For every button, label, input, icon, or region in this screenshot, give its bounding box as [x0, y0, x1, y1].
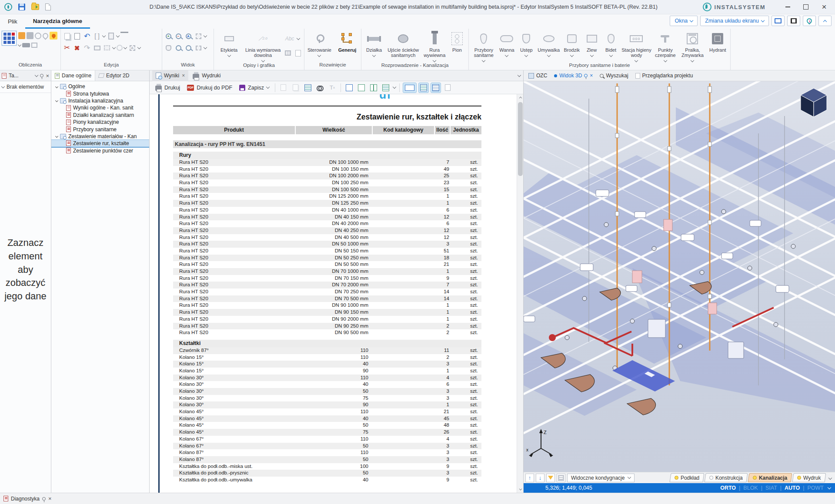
edycja-chevron-5[interactable]: [137, 45, 141, 49]
tab-przegladarka[interactable]: Przeglądarka projektu: [632, 70, 696, 81]
ruler-icon[interactable]: [120, 32, 128, 40]
text-frame-icon[interactable]: A: [128, 43, 137, 52]
drukuj-button[interactable]: Drukuj: [153, 83, 182, 92]
view-lines-icon[interactable]: [357, 83, 366, 93]
przybory-sanitarne-button[interactable]: Przybory sanitarne: [471, 31, 497, 63]
tree-item[interactable]: Zestawienie materiałów - Kan: [51, 133, 149, 140]
mode-powt[interactable]: POWT: [808, 485, 824, 491]
view-single-icon[interactable]: [344, 83, 354, 93]
edycja-chevron-3[interactable]: [112, 45, 116, 49]
diagnostyka-pin-icon[interactable]: [42, 497, 46, 501]
building-levels-button[interactable]: [557, 474, 565, 482]
floor-up-button[interactable]: ↑: [525, 474, 534, 482]
hydrant-button[interactable]: Hydrant: [707, 31, 728, 53]
edycja-chevron-4[interactable]: [124, 45, 127, 49]
rotate-icon[interactable]: [117, 45, 123, 51]
mode-blok[interactable]: BLOK: [743, 485, 758, 491]
diagnostyka-label[interactable]: Diagnostyka: [11, 496, 40, 502]
save-icon[interactable]: [18, 3, 25, 10]
tree-item[interactable]: Strona tytułowa: [51, 90, 149, 97]
sterowanie-button[interactable]: Sterowanie: [306, 31, 333, 57]
layout-plain-button[interactable]: [443, 83, 453, 93]
tree-item[interactable]: Instalacja kanalizacyjna: [51, 97, 149, 104]
widok-chevron-1[interactable]: [204, 33, 207, 37]
minimize-button[interactable]: [779, 1, 796, 13]
scrollbar-thumb[interactable]: [518, 102, 523, 176]
tree-item[interactable]: Zestawienie punktów czer: [51, 147, 149, 154]
dzialka-button[interactable]: Działka: [363, 31, 385, 57]
zmiana-ukladu-button[interactable]: Zmiana układu ekranu: [700, 16, 769, 26]
insert-table-icon[interactable]: [284, 49, 292, 57]
edycja-chevron-1[interactable]: [102, 33, 106, 37]
abc-chevron[interactable]: [297, 36, 300, 40]
paste-icon[interactable]: [73, 32, 81, 40]
brodzik-button[interactable]: Brodzik: [561, 31, 582, 57]
insert-page-icon[interactable]: [294, 49, 302, 57]
zoom-window-icon[interactable]: [174, 43, 183, 52]
mode-auto[interactable]: AUTO: [785, 485, 800, 491]
tab-wydruki[interactable]: Wydruki: [189, 70, 224, 81]
close-button[interactable]: ×: [816, 1, 832, 13]
tree-item[interactable]: Zestawienie rur, kształte: [51, 140, 149, 147]
zoom-object-icon[interactable]: [184, 43, 193, 52]
layer-chip-podkład[interactable]: Podkład: [669, 473, 704, 482]
report-scrollbar[interactable]: [517, 94, 523, 493]
widoczne-kondygnacje-dropdown[interactable]: Widoczne kondygnacje: [567, 474, 635, 482]
obliczenia-more-chevron[interactable]: [18, 43, 21, 46]
tab-wyniki[interactable]: Wyniki ×: [152, 70, 188, 81]
tab-widok-3d[interactable]: Widok 3D ×: [551, 70, 596, 81]
font-icon[interactable]: Tx: [327, 83, 337, 93]
tab-edytor-2d[interactable]: Edytor 2D: [95, 70, 133, 81]
linia-wymiarowa-button[interactable]: ⟋2.0 Linia wymiarowa dowolna: [242, 31, 284, 63]
zoom-in-icon[interactable]: +: [164, 32, 173, 40]
table-edit-icon[interactable]: [303, 83, 313, 93]
zlew-button[interactable]: Zlew: [582, 31, 601, 57]
statusbar-chevron[interactable]: [828, 485, 831, 489]
pin-3d-icon[interactable]: [584, 74, 588, 77]
generuj-button[interactable]: Generuj: [335, 31, 359, 53]
collapse-ribbon-button[interactable]: [818, 16, 832, 26]
report-document[interactable]: dl Zestawienie rur, kształtek i złączek …: [150, 94, 523, 493]
tab-plik[interactable]: Plik: [0, 14, 25, 29]
zapisz-button[interactable]: Zapisz: [237, 83, 271, 92]
tab-ozc[interactable]: OZC: [525, 70, 550, 81]
split-table-icon[interactable]: [93, 43, 101, 52]
stacja-higieny-button[interactable]: Stacja higieny wody: [621, 31, 653, 63]
bidet-button[interactable]: Bidet: [601, 31, 621, 57]
search-binoculars-icon[interactable]: [315, 83, 325, 93]
delete-icon[interactable]: ✖: [73, 43, 81, 52]
redo-icon[interactable]: ↷: [83, 43, 91, 52]
wanna-button[interactable]: Wanna: [497, 31, 517, 57]
tab-narzedzia-glowne[interactable]: Narzędzia główne: [25, 14, 90, 29]
drukuj-pdf-button[interactable]: PDFDrukuj do PDF: [185, 83, 234, 92]
ustep-button[interactable]: Ustęp: [517, 31, 536, 57]
panel-ta-chevron[interactable]: [35, 73, 38, 76]
layers-icon[interactable]: [31, 43, 37, 48]
filter-button[interactable]: [546, 474, 555, 482]
tree-item[interactable]: Działki kanalizacji sanitarn: [51, 112, 149, 119]
building-edit-icon[interactable]: [107, 32, 115, 40]
floor-down-button[interactable]: ↓: [536, 474, 544, 482]
okna-button[interactable]: Okna: [670, 16, 698, 26]
maximize-button[interactable]: [798, 1, 814, 13]
select-rect-icon[interactable]: [194, 43, 203, 52]
info-button[interactable]: [803, 16, 816, 26]
close-wyniki-icon[interactable]: ×: [182, 73, 185, 79]
view-grid-icon[interactable]: [381, 83, 391, 93]
diagnostyka-close-icon[interactable]: ×: [48, 496, 52, 501]
viewport-3d[interactable]: Z x: [524, 81, 835, 472]
close-panel-icon[interactable]: ×: [46, 73, 49, 79]
pion-button[interactable]: Pion: [448, 31, 467, 53]
undo-icon[interactable]: ↶: [83, 32, 91, 40]
save-layout-button[interactable]: [772, 16, 785, 26]
align-nodes-icon[interactable]: [103, 43, 111, 52]
pin-icon[interactable]: [40, 74, 43, 77]
copy-icon[interactable]: [63, 32, 71, 40]
punkty-czerpalne-button[interactable]: Punkty czerpalne: [652, 31, 678, 63]
layer-chip-wydruk[interactable]: Wydruk: [792, 473, 826, 482]
tree-item[interactable]: Wyniki ogólne - Kan. sanit: [51, 104, 149, 111]
umywalka-button[interactable]: Umywalka: [536, 31, 561, 57]
report-panel-chevron[interactable]: [518, 73, 521, 76]
layer-chip-konstrukcja[interactable]: Konstrukcja: [705, 473, 748, 482]
open-folder-icon[interactable]: [31, 4, 39, 10]
